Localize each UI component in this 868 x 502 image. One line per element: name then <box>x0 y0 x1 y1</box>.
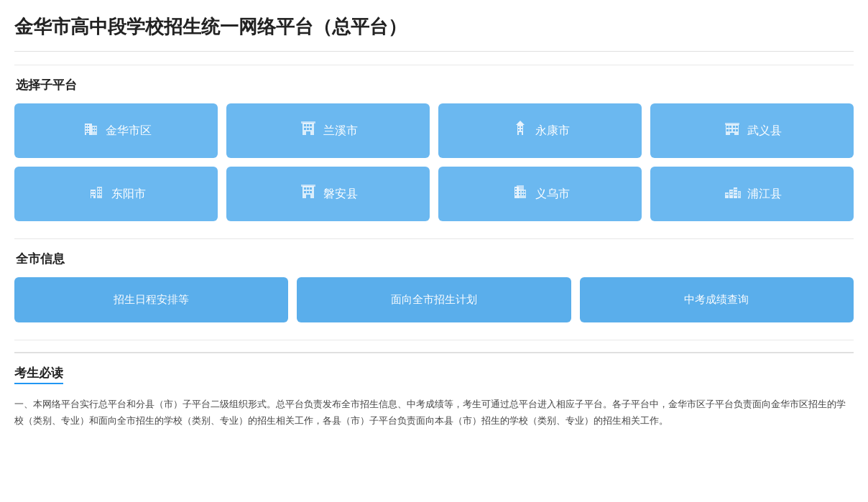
svg-rect-44 <box>93 194 95 195</box>
svg-rect-78 <box>730 191 731 192</box>
platform-label-lanxi: 兰溪市 <box>323 124 358 139</box>
platform-btn-yiwu[interactable]: 义乌市 <box>438 167 642 221</box>
svg-rect-7 <box>86 133 89 135</box>
subplatform-section: 选择子平台 <box>14 77 854 221</box>
building-icon-wuyi <box>723 119 742 142</box>
svg-rect-54 <box>304 187 306 190</box>
svg-rect-19 <box>310 128 312 130</box>
schedule-button[interactable]: 招生日程安排等 <box>14 277 288 322</box>
section-divider-1 <box>14 238 854 239</box>
platform-row-1: 金华市区 兰溪市 <box>14 103 854 158</box>
svg-rect-14 <box>304 124 306 126</box>
svg-rect-63 <box>515 188 517 190</box>
svg-rect-73 <box>517 185 524 190</box>
svg-rect-70 <box>519 194 520 195</box>
svg-rect-57 <box>304 191 306 193</box>
svg-rect-59 <box>310 191 312 193</box>
platform-label-dongyang: 东阳市 <box>111 187 146 202</box>
svg-rect-37 <box>736 129 738 131</box>
svg-rect-49 <box>98 191 99 192</box>
cityinfo-title: 全市信息 <box>14 251 854 267</box>
svg-rect-65 <box>515 194 517 195</box>
svg-rect-27 <box>519 132 522 135</box>
svg-rect-32 <box>733 126 735 128</box>
svg-rect-10 <box>95 127 96 129</box>
svg-rect-1 <box>86 125 87 126</box>
platform-btn-pujiang[interactable]: 浦江县 <box>650 167 854 221</box>
svg-rect-36 <box>733 129 735 131</box>
svg-rect-47 <box>98 188 99 190</box>
svg-rect-33 <box>736 126 738 128</box>
svg-rect-91 <box>739 195 740 196</box>
platform-btn-yongkang[interactable]: 永康市 <box>438 103 642 158</box>
svg-rect-3 <box>86 128 87 129</box>
svg-rect-26 <box>521 129 522 131</box>
svg-rect-55 <box>307 187 309 190</box>
plan-button[interactable]: 面向全市招生计划 <box>297 277 571 322</box>
building-icon-pujiang <box>723 182 742 205</box>
svg-rect-51 <box>98 194 99 195</box>
svg-rect-5 <box>86 131 87 132</box>
mustread-content: 一、本网络平台实行总平台和分县（市）子平台二级组织形式。总平台负责发布全市招生信… <box>14 391 854 429</box>
svg-rect-9 <box>93 127 94 129</box>
platform-label-panan: 磐安县 <box>323 187 358 202</box>
platform-label-yiwu: 义乌市 <box>535 187 570 202</box>
svg-rect-24 <box>521 126 522 128</box>
info-buttons-grid: 招生日程安排等 面向全市招生计划 中考成绩查询 <box>14 277 854 322</box>
svg-rect-71 <box>522 194 523 195</box>
mustread-title: 考生必读 <box>14 365 63 384</box>
svg-rect-90 <box>739 192 740 194</box>
platform-btn-dongyang[interactable]: 东阳市 <box>14 167 218 221</box>
svg-marker-28 <box>516 121 525 125</box>
building-icon-lanxi <box>299 119 318 142</box>
svg-rect-56 <box>310 187 312 190</box>
cityinfo-section: 全市信息 招生日程安排等 面向全市招生计划 中考成绩查询 <box>14 251 854 322</box>
svg-rect-79 <box>731 191 733 192</box>
svg-rect-38 <box>730 133 734 135</box>
svg-rect-72 <box>524 194 525 195</box>
svg-rect-16 <box>310 124 312 126</box>
svg-rect-76 <box>727 194 729 195</box>
svg-rect-85 <box>734 192 736 193</box>
header-divider <box>14 65 854 65</box>
svg-rect-39 <box>725 123 739 125</box>
svg-rect-35 <box>729 129 731 131</box>
svg-rect-64 <box>515 191 517 192</box>
svg-rect-80 <box>730 194 731 195</box>
platform-row-2: 东阳市 磐安县 <box>14 167 854 221</box>
building-icon-jinhua <box>81 119 100 142</box>
section-divider-2 <box>14 340 854 340</box>
svg-rect-75 <box>726 194 727 195</box>
svg-rect-30 <box>726 126 729 128</box>
svg-rect-42 <box>93 191 95 192</box>
svg-rect-61 <box>301 185 315 187</box>
score-button[interactable]: 中考成绩查询 <box>580 277 854 322</box>
svg-rect-68 <box>522 191 523 192</box>
svg-rect-50 <box>100 191 101 192</box>
building-icon-panan <box>299 182 318 205</box>
svg-rect-69 <box>524 191 525 192</box>
platform-label-jinhua: 金华市区 <box>106 124 152 139</box>
platform-label-wuyi: 武义县 <box>747 124 782 139</box>
platform-label-yongkang: 永康市 <box>535 124 570 139</box>
svg-rect-58 <box>307 191 309 193</box>
svg-rect-86 <box>736 192 737 193</box>
platform-btn-jinhua[interactable]: 金华市区 <box>14 103 218 158</box>
svg-rect-23 <box>518 126 520 128</box>
svg-rect-87 <box>734 195 736 196</box>
platform-btn-lanxi[interactable]: 兰溪市 <box>226 103 430 158</box>
platform-btn-panan[interactable]: 磐安县 <box>226 167 430 221</box>
svg-rect-41 <box>91 191 93 192</box>
svg-rect-88 <box>736 195 737 196</box>
svg-rect-34 <box>726 129 729 131</box>
svg-rect-48 <box>100 188 101 190</box>
svg-rect-31 <box>729 126 731 128</box>
svg-rect-4 <box>88 128 89 129</box>
platform-btn-wuyi[interactable]: 武义县 <box>650 103 854 158</box>
svg-rect-17 <box>304 128 306 130</box>
building-icon-yongkang <box>511 119 530 142</box>
subplatform-title: 选择子平台 <box>14 77 854 93</box>
svg-rect-52 <box>100 194 101 195</box>
svg-rect-67 <box>519 191 520 192</box>
building-icon-yiwu <box>511 182 530 205</box>
